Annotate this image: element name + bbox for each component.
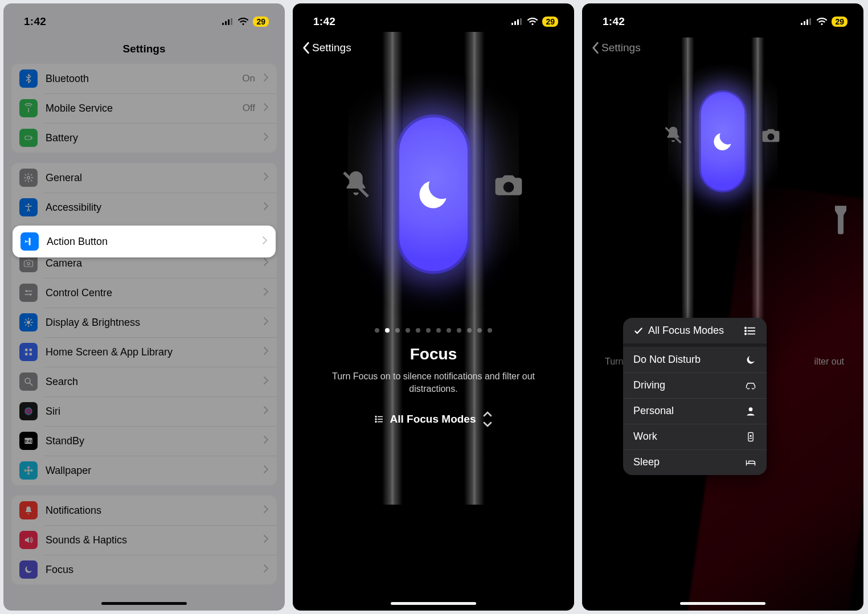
camera-icon: [493, 169, 525, 203]
silent-mode-icon: [340, 169, 372, 203]
status-time: 1:42: [313, 15, 335, 28]
svg-rect-28: [29, 238, 31, 245]
svg-rect-43: [809, 18, 811, 25]
back-label: Settings: [312, 42, 351, 54]
action-button-icon: [21, 232, 39, 251]
screenshot-focus-mode-picker: 1:42 29 Settings Turn ilter out: [582, 3, 863, 611]
moon-icon: [745, 354, 756, 366]
svg-point-48: [745, 327, 746, 328]
screenshot-action-button-focus: 1:42 29 Settings Focus Turn Focus on to …: [293, 3, 574, 611]
status-time: 1:42: [603, 15, 625, 28]
car-icon: [745, 380, 756, 391]
popover-item-sleep[interactable]: Sleep: [623, 449, 767, 475]
focus-mode-selector-button[interactable]: All Focus Modes: [367, 406, 500, 433]
bed-icon: [745, 457, 756, 468]
person-icon: [745, 406, 756, 417]
up-down-icon: [482, 409, 493, 429]
list-icon: [744, 326, 756, 335]
svg-rect-2: [228, 19, 230, 25]
svg-rect-41: [804, 21, 805, 25]
popover-item-label: Work: [633, 431, 657, 443]
popover-item-work[interactable]: Work: [623, 424, 767, 449]
svg-rect-32: [520, 18, 522, 25]
svg-point-37: [375, 416, 376, 417]
page-dot[interactable]: [395, 328, 400, 333]
back-button[interactable]: Settings: [298, 39, 355, 56]
silent-mode-icon: [663, 125, 683, 146]
device-side-render: [365, 66, 502, 322]
page-dot[interactable]: [457, 328, 461, 333]
chevron-right-icon: [262, 236, 268, 247]
action-button-pill: [396, 114, 470, 274]
nav-bar: Settings: [293, 34, 574, 62]
moon-icon: [415, 176, 452, 212]
moon-icon: [711, 130, 735, 153]
svg-rect-40: [801, 23, 803, 25]
settings-item-label: Action Button: [47, 236, 254, 248]
status-time: 1:42: [24, 15, 46, 28]
battery-level: 29: [253, 17, 269, 27]
svg-rect-1: [225, 21, 227, 25]
svg-point-51: [749, 407, 753, 411]
list-icon: [374, 414, 384, 424]
svg-rect-30: [514, 21, 516, 25]
popover-item-label: Do Not Disturb: [633, 354, 701, 366]
battery-level: 29: [542, 17, 558, 27]
home-indicator[interactable]: [101, 602, 187, 605]
svg-point-38: [375, 419, 376, 420]
camera-icon: [761, 125, 781, 146]
svg-point-49: [745, 330, 746, 331]
status-bar: 1:42 29: [293, 3, 574, 34]
page-dot[interactable]: [447, 328, 451, 333]
svg-point-50: [745, 333, 746, 334]
back-button[interactable]: Settings: [588, 39, 644, 56]
popover-item-label: All Focus Modes: [648, 325, 724, 337]
home-indicator[interactable]: [391, 602, 476, 605]
page-dot[interactable]: [426, 328, 431, 333]
device-side-render: [679, 59, 767, 223]
svg-rect-42: [806, 19, 808, 25]
svg-point-53: [750, 435, 751, 436]
screenshot-settings-list: 1:42 29 Settings Bluetooth On Mobile Ser…: [3, 3, 285, 611]
status-bar: 1:42 29: [582, 3, 863, 34]
back-label: Settings: [601, 42, 641, 54]
focus-modes-popover: All Focus Modes Do Not Disturb Driving P…: [623, 318, 767, 475]
status-icons: 29: [222, 17, 269, 27]
selector-label: All Focus Modes: [390, 413, 476, 425]
checkmark-icon: [633, 326, 644, 336]
flashlight-icon: [829, 204, 852, 240]
badge-icon: [745, 431, 756, 443]
status-bar: 1:42 29: [3, 3, 285, 34]
nav-bar: Settings: [582, 34, 863, 62]
page-dot[interactable]: [375, 328, 379, 333]
page-dot[interactable]: [406, 328, 410, 333]
page-dot[interactable]: [477, 328, 482, 333]
action-button-preview[interactable]: [293, 55, 574, 611]
page-dot[interactable]: [416, 328, 420, 333]
popover-item-label: Driving: [633, 379, 665, 391]
settings-item-action-button-highlighted[interactable]: Action Button: [13, 226, 276, 257]
popover-item-label: Personal: [633, 405, 674, 417]
mode-description: Turn Focus on to silence notifications a…: [313, 370, 554, 396]
popover-item-do-not-disturb[interactable]: Do Not Disturb: [623, 347, 767, 373]
mode-title: Focus: [293, 345, 574, 363]
popover-item-personal[interactable]: Personal: [623, 398, 767, 424]
popover-item-label: Sleep: [633, 456, 660, 468]
page-dot[interactable]: [385, 328, 390, 333]
page-dot[interactable]: [467, 328, 472, 333]
status-icons: 29: [511, 17, 558, 27]
svg-rect-31: [517, 19, 519, 25]
svg-point-39: [375, 421, 376, 423]
home-indicator[interactable]: [680, 602, 765, 605]
page-indicator[interactable]: [293, 328, 574, 333]
battery-level: 29: [832, 17, 847, 27]
popover-item-all-focus-modes[interactable]: All Focus Modes: [623, 318, 767, 343]
svg-rect-0: [222, 23, 224, 25]
focus-mode-selector: All Focus Modes: [293, 406, 574, 433]
svg-rect-29: [511, 23, 513, 25]
svg-rect-3: [231, 18, 232, 25]
popover-item-driving[interactable]: Driving: [623, 373, 767, 398]
status-icons: 29: [801, 17, 847, 27]
page-dot[interactable]: [488, 328, 492, 333]
page-dot[interactable]: [436, 328, 441, 333]
